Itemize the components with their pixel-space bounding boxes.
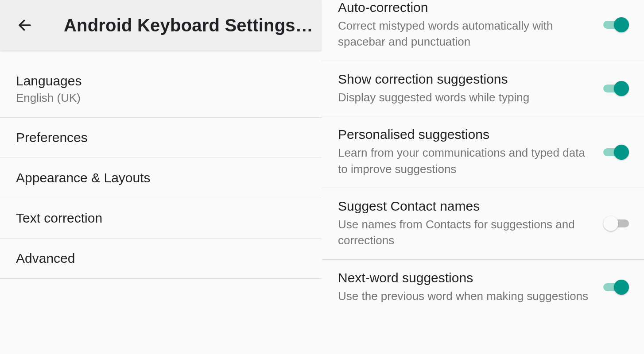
toggle-row-text: Suggest Contact names Use names from Con… — [338, 199, 603, 249]
arrow-back-icon — [17, 17, 33, 33]
toggle-row-text: Personalised suggestions Learn from your… — [338, 127, 603, 177]
back-button[interactable] — [14, 15, 35, 36]
settings-item-advanced[interactable]: Advanced — [0, 239, 322, 279]
settings-item-sub: English (UK) — [16, 91, 306, 105]
settings-item-languages[interactable]: Languages English (UK) — [0, 61, 322, 118]
toggle-description: Display suggested words while typing — [338, 89, 593, 105]
settings-item-appearance[interactable]: Appearance & Layouts — [0, 158, 322, 198]
toggle-label: Auto-correction — [338, 0, 593, 15]
settings-item-text-correction[interactable]: Text correction — [0, 198, 322, 239]
toggle-row-auto-correction[interactable]: Auto-correction Correct mistyped words a… — [322, 0, 644, 61]
toggle-thumb — [614, 17, 629, 32]
toggle-description: Use the previous word when making sugges… — [338, 288, 593, 304]
toggle-description: Learn from your communications and typed… — [338, 145, 593, 177]
toggle-row-text: Show correction suggestions Display sugg… — [338, 72, 603, 105]
toggle-row-next-word-suggestions[interactable]: Next-word suggestions Use the previous w… — [322, 260, 644, 315]
toggle-thumb — [614, 145, 629, 160]
toggle-row-show-correction-suggestions[interactable]: Show correction suggestions Display sugg… — [322, 61, 644, 116]
toggle-label: Suggest Contact names — [338, 199, 593, 214]
settings-item-label: Text correction — [16, 211, 306, 226]
app-bar: Android Keyboard Settings… — [0, 0, 322, 50]
toggle-description: Use names from Contacts for suggestions … — [338, 216, 593, 249]
toggle-row-personalised-suggestions[interactable]: Personalised suggestions Learn from your… — [322, 116, 644, 188]
toggle-label: Personalised suggestions — [338, 127, 593, 142]
settings-item-label: Advanced — [16, 251, 306, 266]
toggle-switch[interactable] — [603, 145, 629, 160]
toggle-thumb — [614, 280, 629, 295]
toggle-row-text: Auto-correction Correct mistyped words a… — [338, 0, 603, 50]
toggle-row-suggest-contact-names[interactable]: Suggest Contact names Use names from Con… — [322, 188, 644, 260]
settings-list: Languages English (UK) Preferences Appea… — [0, 50, 322, 279]
settings-item-preferences[interactable]: Preferences — [0, 118, 322, 158]
toggle-row-text: Next-word suggestions Use the previous w… — [338, 270, 603, 304]
toggle-thumb — [614, 81, 629, 96]
settings-main-pane: Android Keyboard Settings… Languages Eng… — [0, 0, 322, 354]
toggle-switch[interactable] — [603, 17, 629, 32]
settings-item-label: Preferences — [16, 130, 306, 145]
toggle-switch[interactable] — [603, 81, 629, 96]
toggle-switch[interactable] — [603, 280, 629, 295]
page-title: Android Keyboard Settings… — [64, 15, 313, 35]
settings-item-label: Languages — [16, 73, 306, 88]
settings-item-label: Appearance & Layouts — [16, 170, 306, 185]
toggle-label: Next-word suggestions — [338, 270, 593, 285]
toggle-switch[interactable] — [603, 216, 629, 231]
toggle-description: Correct mistyped words automatically wit… — [338, 18, 593, 50]
text-correction-pane: Auto-correction Correct mistyped words a… — [322, 0, 644, 354]
toggle-label: Show correction suggestions — [338, 72, 593, 87]
toggle-thumb — [603, 216, 618, 231]
